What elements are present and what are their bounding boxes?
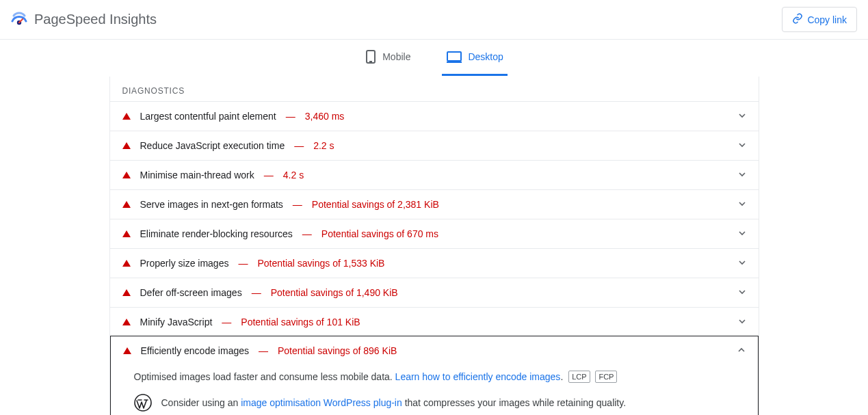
chevron-down-icon (738, 228, 746, 240)
warning-triangle-icon (122, 201, 131, 208)
copy-link-button[interactable]: Copy link (782, 7, 857, 32)
diagnostic-row[interactable]: Minimise main-thread work — 4.2 s (110, 160, 759, 189)
chevron-down-icon (738, 169, 746, 181)
svg-rect-3 (447, 52, 461, 61)
metric-badge: FCP (595, 371, 617, 383)
topbar-left: PageSpeed Insights (11, 12, 157, 28)
warning-triangle-icon (122, 230, 131, 237)
diagnostic-title: Defer off-screen images (140, 287, 242, 298)
diagnostic-metric: Potential savings of 1,490 KiB (271, 287, 398, 298)
learn-more-link[interactable]: Learn how to efficiently encode images (395, 371, 561, 382)
wp-plugin-link[interactable]: image optimisation WordPress plug-in (241, 397, 402, 408)
wordpress-suggestion: Consider using an image optimisation Wor… (134, 394, 735, 412)
diagnostics-header: DIAGNOSTICS (110, 77, 759, 101)
warning-triangle-icon (122, 113, 131, 120)
diagnostic-title: Serve images in next-gen formats (140, 199, 283, 210)
diagnostic-body: Optimised images load faster and consume… (111, 365, 758, 415)
topbar: PageSpeed Insights Copy link (0, 0, 868, 40)
diagnostic-row[interactable]: Defer off-screen images — Potential savi… (110, 278, 759, 307)
warning-triangle-icon (122, 142, 131, 149)
diagnostic-title: Efficiently encode images (141, 345, 250, 356)
wordpress-icon (134, 394, 152, 412)
diagnostic-title: Properly size images (140, 258, 229, 269)
diagnostic-expanded: Efficiently encode images — Potential sa… (110, 336, 759, 415)
link-icon (792, 13, 803, 26)
diagnostic-metric: Potential savings of 2,381 KiB (312, 199, 439, 210)
diagnostics-container: DIAGNOSTICS Largest contentful paint ele… (109, 77, 759, 415)
diagnostic-metric: Potential savings of 896 KiB (278, 345, 397, 356)
warning-triangle-icon (122, 260, 131, 267)
diagnostic-metric: 4.2 s (283, 170, 304, 180)
diagnostic-title: Minimise main-thread work (140, 170, 254, 180)
tab-desktop[interactable]: Desktop (442, 40, 507, 76)
tab-desktop-label: Desktop (468, 51, 503, 62)
diagnostic-metric: Potential savings of 101 KiB (241, 317, 360, 327)
diagnostic-row[interactable]: Properly size images — Potential savings… (110, 248, 759, 278)
diagnostic-metric: 2.2 s (313, 140, 334, 151)
body-lead: Optimised images load faster and consume… (134, 371, 395, 382)
chevron-down-icon (738, 198, 746, 211)
diagnostic-title: Reduce JavaScript execution time (140, 140, 285, 151)
tab-mobile-label: Mobile (382, 51, 410, 62)
mobile-icon (365, 49, 377, 64)
diagnostic-title: Eliminate render-blocking resources (140, 228, 293, 239)
chevron-down-icon (738, 257, 746, 269)
chevron-down-icon (738, 110, 746, 122)
chevron-up-icon (737, 345, 746, 357)
diagnostic-row[interactable]: Efficiently encode images — Potential sa… (111, 336, 758, 365)
warning-triangle-icon (122, 172, 131, 178)
metric-badge: LCP (568, 371, 590, 383)
warning-triangle-icon (122, 319, 131, 325)
chevron-down-icon (738, 139, 746, 152)
desktop-icon (446, 50, 462, 64)
diagnostic-title: Minify JavaScript (140, 317, 213, 327)
app-title: PageSpeed Insights (34, 12, 157, 27)
diagnostic-row[interactable]: Largest contentful paint element — 3,460… (110, 101, 759, 131)
diagnostic-title: Largest contentful paint element (140, 111, 276, 122)
diagnostic-metric: Potential savings of 1,533 KiB (257, 258, 384, 269)
diagnostic-metric: Potential savings of 670 ms (321, 228, 438, 239)
pagespeed-logo-icon (11, 12, 27, 28)
device-tabs: Mobile Desktop (0, 40, 868, 77)
diagnostic-metric: 3,460 ms (305, 111, 345, 122)
diagnostic-row[interactable]: Eliminate render-blocking resources — Po… (110, 219, 759, 248)
copy-link-label: Copy link (807, 14, 847, 25)
diagnostic-row[interactable]: Reduce JavaScript execution time — 2.2 s (110, 131, 759, 160)
wp-lead: Consider using an (161, 397, 241, 408)
tab-mobile[interactable]: Mobile (360, 40, 415, 76)
diagnostic-row[interactable]: Minify JavaScript — Potential savings of… (110, 307, 759, 336)
wp-tail: that compresses your images while retain… (402, 397, 626, 408)
diagnostic-row[interactable]: Serve images in next-gen formats — Poten… (110, 189, 759, 219)
warning-triangle-icon (123, 347, 131, 354)
warning-triangle-icon (122, 289, 131, 296)
chevron-down-icon (738, 316, 746, 328)
chevron-down-icon (738, 286, 746, 299)
